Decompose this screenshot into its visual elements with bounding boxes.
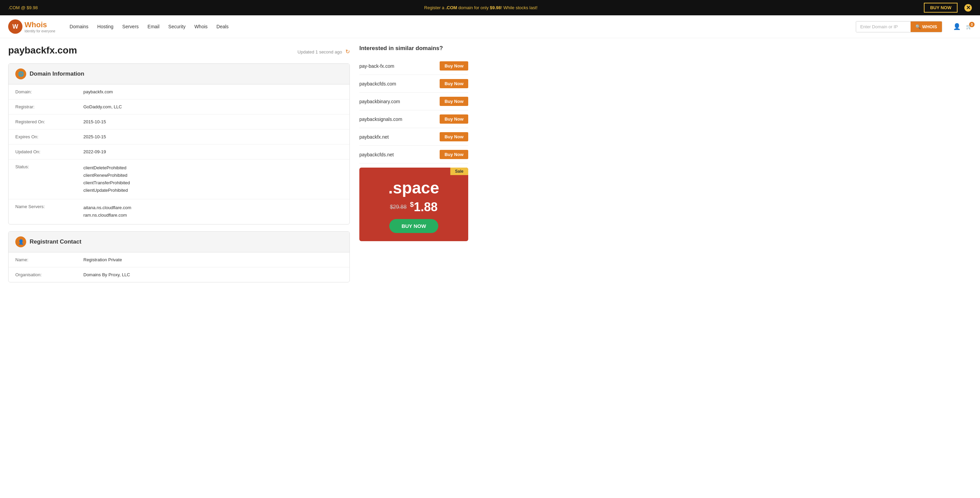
user-icon[interactable]: 👤	[953, 23, 961, 30]
banner-right: BUY NOW ✕	[924, 3, 972, 13]
table-row: Name Servers: aitana.ns.cloudflare.com r…	[8, 199, 350, 224]
field-label: Name Servers:	[8, 199, 76, 224]
domain-info-card: 🌐 Domain Information Domain: paybackfx.c…	[8, 63, 350, 225]
logo-text: Whois	[24, 21, 47, 29]
sale-price-dollar: $	[410, 201, 414, 208]
status-line-4: clientUpdateProhibited	[83, 187, 343, 194]
similar-domain-name: pay-back-fx.com	[360, 63, 395, 69]
banner-after: domain for only	[457, 5, 490, 10]
similar-domain-item: paybackbinary.com Buy Now	[360, 93, 468, 110]
logo-text-group: Whois Identity for everyone	[24, 21, 56, 33]
table-row: Registered On: 2015-10-15	[8, 115, 350, 129]
search-button-label: WHOIS	[922, 24, 937, 29]
table-row: Organisation: Domains By Proxy, LLC	[8, 267, 350, 282]
field-label: Organisation:	[8, 267, 76, 282]
field-label: Status:	[8, 160, 76, 199]
cart-badge[interactable]: 🛒 0	[966, 24, 972, 29]
similar-domain-item: paybackcfds.net Buy Now	[360, 146, 468, 163]
banner-close-button[interactable]: ✕	[964, 4, 972, 11]
nav-domains[interactable]: Domains	[66, 21, 92, 32]
table-row: Expires On: 2025-10-15	[8, 129, 350, 144]
sale-new-price: $1.88	[410, 200, 438, 214]
field-value: Registration Private	[76, 252, 350, 267]
logo-icon: W	[8, 19, 22, 34]
table-row: Updated On: 2022-09-19	[8, 144, 350, 160]
refresh-icon[interactable]: ↻	[345, 49, 350, 54]
banner-left-text: .COM @ $9.98	[8, 5, 38, 10]
status-line-2: clientRenewProhibited	[83, 172, 343, 179]
sale-old-price: $29.88	[390, 204, 407, 210]
updated-info: Updated 1 second ago ↻	[298, 48, 350, 55]
similar-buy-button-1[interactable]: Buy Now	[440, 79, 468, 88]
main-container: paybackfx.com Updated 1 second ago ↻ 🌐 D…	[0, 38, 476, 296]
table-row: Status: clientDeleteProhibited clientRen…	[8, 160, 350, 199]
table-row: Registrar: GoDaddy.com, LLC	[8, 99, 350, 115]
logo[interactable]: W Whois Identity for everyone	[8, 19, 56, 34]
sale-tld: .space	[366, 179, 461, 197]
domain-info-title: Domain Information	[30, 70, 84, 77]
nav-email[interactable]: Email	[143, 21, 164, 32]
updated-text: Updated 1 second ago	[298, 49, 342, 54]
status-line-3: clientTransferProhibited	[83, 179, 343, 187]
similar-domain-name: paybacksignals.com	[360, 117, 402, 122]
similar-buy-button-5[interactable]: Buy Now	[440, 150, 468, 159]
similar-title: Interested in similar domains?	[360, 45, 468, 52]
ns-line-2: ram.ns.cloudflare.com	[83, 212, 343, 219]
banner-highlight: .COM	[445, 5, 457, 10]
similar-domain-name: paybackfx.net	[360, 134, 388, 140]
registrant-icon: 👤	[15, 236, 26, 247]
similar-buy-button-3[interactable]: Buy Now	[440, 115, 468, 124]
nav-hosting[interactable]: Hosting	[93, 21, 118, 32]
similar-buy-button-2[interactable]: Buy Now	[440, 97, 468, 106]
logo-tagline: Identity for everyone	[24, 29, 56, 33]
domain-info-table: Domain: paybackfx.com Registrar: GoDaddy…	[8, 85, 350, 224]
header-icons: 👤 🛒 0	[953, 23, 972, 30]
field-value-nameservers: aitana.ns.cloudflare.com ram.ns.cloudfla…	[76, 199, 350, 224]
sale-card: Sale .space $29.88 $1.88 BUY NOW	[360, 168, 468, 241]
sale-price-row: $29.88 $1.88	[366, 200, 461, 214]
field-label: Updated On:	[8, 144, 76, 160]
similar-buy-button-0[interactable]: Buy Now	[440, 61, 468, 70]
nav-whois[interactable]: Whois	[190, 21, 212, 32]
registrant-header: 👤 Registrant Contact	[8, 231, 350, 252]
domain-info-header: 🌐 Domain Information	[8, 64, 350, 85]
field-value: GoDaddy.com, LLC	[76, 99, 350, 115]
content-left: paybackfx.com Updated 1 second ago ↻ 🌐 D…	[8, 45, 350, 289]
sale-buy-button[interactable]: BUY NOW	[389, 219, 438, 233]
registrant-title: Registrant Contact	[30, 238, 81, 245]
cart-count: 0	[969, 22, 975, 27]
banner-before: Register a	[424, 5, 446, 10]
search-input[interactable]	[856, 21, 911, 32]
updated-row: paybackfx.com Updated 1 second ago ↻	[8, 45, 350, 58]
table-row: Name: Registration Private	[8, 252, 350, 267]
ns-line-1: aitana.ns.cloudflare.com	[83, 204, 343, 212]
field-value-status: clientDeleteProhibited clientRenewProhib…	[76, 160, 350, 199]
nav-servers[interactable]: Servers	[118, 21, 143, 32]
registrant-table: Name: Registration Private Organisation:…	[8, 252, 350, 282]
field-value: paybackfx.com	[76, 85, 350, 99]
top-banner: .COM @ $9.98 Register a .COM domain for …	[0, 0, 980, 15]
field-label: Name:	[8, 252, 76, 267]
nav-security[interactable]: Security	[164, 21, 190, 32]
field-label: Expires On:	[8, 129, 76, 144]
field-value: 2025-10-15	[76, 129, 350, 144]
search-bar: 🔍 WHOIS	[856, 21, 942, 32]
similar-domain-item: pay-back-fx.com Buy Now	[360, 57, 468, 75]
similar-domain-name: paybackcfds.com	[360, 81, 396, 86]
nav-deals[interactable]: Deals	[212, 21, 233, 32]
banner-price: $9.98	[490, 5, 501, 10]
similar-domain-item: paybackfx.net Buy Now	[360, 128, 468, 146]
table-row: Domain: paybackfx.com	[8, 85, 350, 99]
main-nav: Domains Hosting Servers Email Security W…	[66, 21, 849, 32]
similar-buy-button-4[interactable]: Buy Now	[440, 132, 468, 141]
domain-info-icon: 🌐	[15, 69, 26, 79]
banner-buy-now-button[interactable]: BUY NOW	[924, 3, 958, 13]
page-title: paybackfx.com	[8, 45, 77, 56]
field-value: 2022-09-19	[76, 144, 350, 160]
field-label: Registered On:	[8, 115, 76, 129]
banner-end: ! While stocks last!	[501, 5, 538, 10]
sidebar: Interested in similar domains? pay-back-…	[360, 45, 468, 289]
search-button[interactable]: 🔍 WHOIS	[911, 21, 942, 32]
field-label: Registrar:	[8, 99, 76, 115]
field-value: Domains By Proxy, LLC	[76, 267, 350, 282]
